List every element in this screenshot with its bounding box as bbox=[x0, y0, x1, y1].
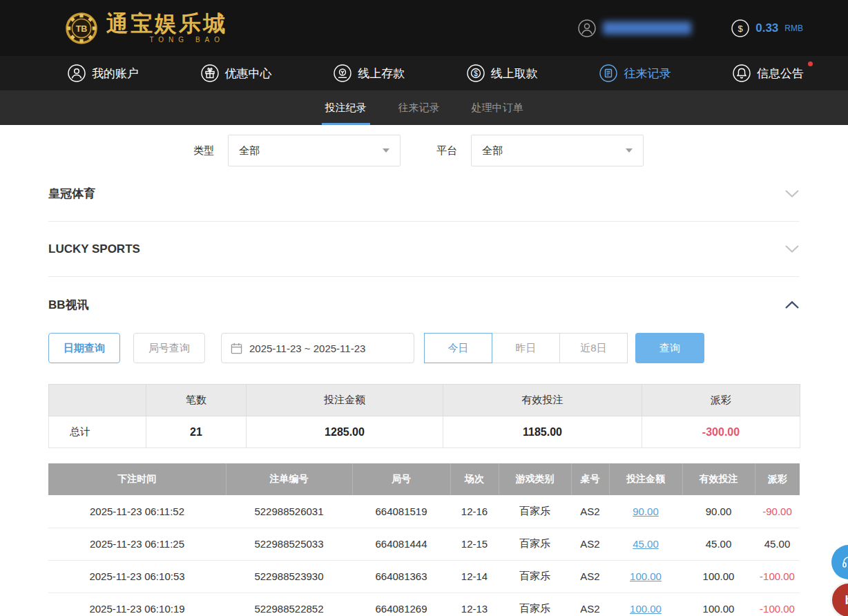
nav-label: 线上存款 bbox=[358, 66, 405, 81]
round-id-cell: 664081519 bbox=[352, 495, 450, 528]
table-no-cell: AS2 bbox=[571, 528, 609, 560]
brand-text: 通宝娱乐城 TONG BAO bbox=[106, 12, 227, 44]
last8days-button[interactable]: 近8日 bbox=[559, 333, 628, 363]
order-id-cell: 522988522852 bbox=[226, 593, 352, 616]
nav-item-promotions[interactable]: 优惠中心 bbox=[201, 64, 272, 82]
records-icon bbox=[599, 64, 617, 82]
type-filter-dropdown[interactable]: 全部 bbox=[228, 135, 401, 166]
bet-amount-link[interactable]: 45.00 bbox=[609, 528, 682, 560]
account-icon bbox=[68, 64, 86, 82]
balance-group[interactable]: $ 0.33 RMB bbox=[731, 19, 803, 37]
col-header-bet-amount: 投注金额 bbox=[609, 463, 682, 495]
nav-item-my-account[interactable]: 我的账户 bbox=[68, 64, 139, 82]
summary-payout-value: -300.00 bbox=[642, 416, 800, 448]
summary-header-count: 笔数 bbox=[146, 385, 247, 416]
bet-amount-link[interactable]: 90.00 bbox=[609, 495, 682, 528]
nav-item-withdraw[interactable]: $ 线上取款 bbox=[467, 64, 538, 82]
valid-bet-cell: 100.00 bbox=[682, 593, 755, 616]
platform-filter-dropdown[interactable]: 全部 bbox=[471, 135, 644, 166]
payout-cell: 45.00 bbox=[755, 528, 800, 560]
tab-processing-orders[interactable]: 处理中订单 bbox=[472, 90, 523, 125]
nav-label: 线上取款 bbox=[491, 66, 538, 81]
date-query-button[interactable]: 日期查询 bbox=[48, 333, 120, 363]
username-redacted[interactable] bbox=[603, 21, 691, 35]
nav-item-announcements[interactable]: 信息公告 bbox=[733, 64, 804, 82]
round-id-cell: 664081444 bbox=[352, 528, 450, 560]
promo-glyph: b bbox=[845, 593, 848, 608]
brand-logo[interactable]: TB 通宝娱乐城 TONG BAO bbox=[66, 12, 227, 44]
main-content: 类型 全部 平台 全部 皇冠体育 LUCKY SPORTS BB视讯 日期查询 … bbox=[0, 135, 848, 616]
tab-bet-records[interactable]: 投注纪录 bbox=[325, 90, 367, 125]
payout-cell: -90.00 bbox=[755, 495, 800, 528]
order-id-cell: 522988525033 bbox=[226, 528, 352, 560]
query-bar: 日期查询 局号查询 2025-11-23 ~ 2025-11-23 今日 昨日 … bbox=[48, 332, 800, 364]
table-header-row: 下注时间 注单编号 局号 场次 游戏类别 桌号 投注金额 有效投注 派彩 bbox=[48, 463, 800, 495]
today-button[interactable]: 今日 bbox=[424, 333, 492, 363]
table-no-cell: AS2 bbox=[571, 495, 609, 528]
balance-value: 0.33 bbox=[755, 21, 778, 35]
svg-text:$: $ bbox=[474, 70, 478, 77]
day-shortcut-group: 今日 昨日 近8日 bbox=[425, 333, 628, 363]
nav-item-records[interactable]: 往来记录 bbox=[599, 64, 671, 82]
chevron-down-icon bbox=[784, 244, 800, 253]
nav-label: 往来记录 bbox=[624, 66, 671, 81]
summary-header-empty bbox=[49, 385, 146, 416]
order-id-cell: 522988523930 bbox=[226, 560, 352, 593]
tab-transaction-records[interactable]: 往来记录 bbox=[398, 90, 440, 125]
platform-filter-value: 全部 bbox=[482, 144, 503, 157]
summary-total-row: 总计 21 1285.00 1185.00 -300.00 bbox=[49, 416, 800, 448]
user-avatar-icon[interactable] bbox=[578, 19, 596, 37]
calendar-icon bbox=[231, 343, 242, 354]
table-row: 2025-11-23 06:11:25 522988525033 6640814… bbox=[48, 528, 800, 560]
section-lucky-sports[interactable]: LUCKY SPORTS bbox=[48, 222, 800, 277]
summary-valid-bet-value: 1185.00 bbox=[443, 416, 642, 448]
withdraw-icon: $ bbox=[467, 64, 485, 82]
bet-amount-link[interactable]: 100.00 bbox=[609, 593, 682, 616]
summary-table: 笔数 投注金额 有效投注 派彩 总计 21 1285.00 1185.00 -3… bbox=[48, 384, 800, 448]
bet-amount-link[interactable]: 100.00 bbox=[609, 560, 682, 593]
table-no-cell: AS2 bbox=[571, 593, 609, 616]
nav-label: 信息公告 bbox=[757, 66, 804, 81]
session-cell: 12-16 bbox=[450, 495, 499, 528]
valid-bet-cell: 100.00 bbox=[682, 560, 755, 593]
yesterday-button[interactable]: 昨日 bbox=[492, 333, 560, 363]
section-bb-video[interactable]: BB视讯 bbox=[48, 277, 800, 332]
game-type-cell: 百家乐 bbox=[499, 528, 571, 560]
main-nav: 我的账户 优惠中心 线上存款 $ 线上取款 bbox=[0, 56, 848, 90]
nav-label: 优惠中心 bbox=[225, 66, 272, 81]
summary-header-payout: 派彩 bbox=[642, 385, 800, 416]
session-cell: 12-13 bbox=[450, 593, 499, 616]
col-header-payout: 派彩 bbox=[755, 463, 800, 495]
session-cell: 12-14 bbox=[450, 560, 499, 593]
table-row: 2025-11-23 06:10:19 522988522852 6640812… bbox=[48, 593, 800, 616]
headset-icon bbox=[841, 555, 848, 570]
casino-chip-icon: TB bbox=[66, 12, 97, 44]
section-crown-sports[interactable]: 皇冠体育 bbox=[48, 166, 800, 222]
summary-total-label: 总计 bbox=[49, 416, 146, 448]
section-title: BB视讯 bbox=[48, 297, 89, 313]
round-id-cell: 664081269 bbox=[352, 593, 450, 616]
game-type-cell: 百家乐 bbox=[499, 593, 571, 616]
bell-icon bbox=[733, 64, 751, 82]
summary-header-bet-amount: 投注金额 bbox=[247, 385, 443, 416]
search-button[interactable]: 查询 bbox=[635, 333, 704, 363]
section-title: LUCKY SPORTS bbox=[48, 242, 140, 256]
col-header-session: 场次 bbox=[450, 463, 499, 495]
bet-time-cell: 2025-11-23 06:11:25 bbox=[48, 528, 226, 560]
svg-text:$: $ bbox=[738, 23, 744, 34]
col-header-game-type: 游戏类别 bbox=[499, 463, 571, 495]
session-cell: 12-15 bbox=[450, 528, 499, 560]
site-title: 通宝娱乐城 bbox=[106, 12, 227, 36]
chevron-down-icon bbox=[383, 148, 389, 153]
round-query-button[interactable]: 局号查询 bbox=[133, 333, 205, 363]
nav-label: 我的账户 bbox=[92, 66, 139, 81]
date-range-picker[interactable]: 2025-11-23 ~ 2025-11-23 bbox=[221, 333, 414, 363]
col-header-order-id: 注单编号 bbox=[226, 463, 352, 495]
summary-header-row: 笔数 投注金额 有效投注 派彩 bbox=[49, 385, 800, 416]
chevron-down-icon bbox=[784, 189, 800, 198]
balance-currency: RMB bbox=[784, 23, 803, 33]
game-type-cell: 百家乐 bbox=[499, 495, 571, 528]
type-filter-label: 类型 bbox=[193, 144, 214, 157]
nav-item-deposit[interactable]: 线上存款 bbox=[334, 64, 405, 82]
payout-cell: -100.00 bbox=[755, 560, 800, 593]
